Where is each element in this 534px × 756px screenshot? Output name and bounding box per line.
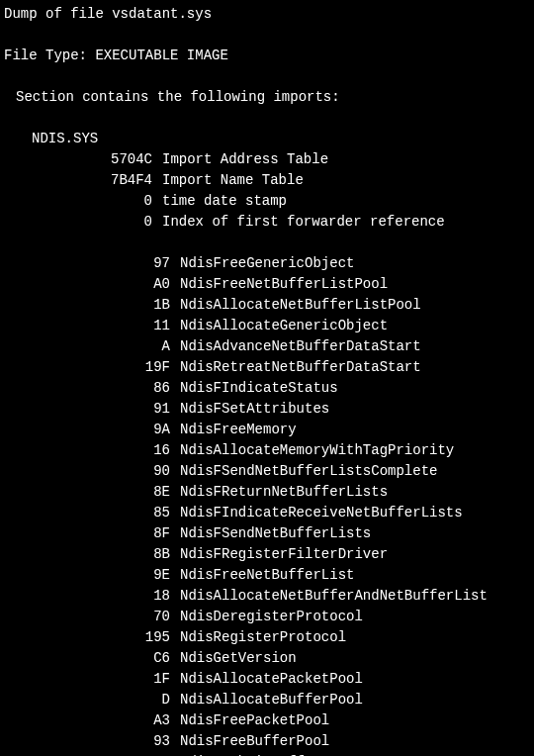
import-function-name: NdisFreeMemory bbox=[180, 420, 297, 440]
import-function-name: NdisFSendNetBufferLists bbox=[180, 523, 371, 544]
import-ordinal: D bbox=[4, 690, 180, 710]
import-ordinal: 8B bbox=[4, 544, 180, 565]
import-ordinal: 195 bbox=[4, 627, 180, 648]
import-function-name: NdisAllocateGenericObject bbox=[180, 316, 388, 336]
import-ordinal: A0 bbox=[4, 274, 180, 295]
import-ordinal: 9A bbox=[4, 420, 180, 440]
import-function-name: NdisFreeBufferPool bbox=[180, 731, 329, 752]
header-address: 7B4F4 bbox=[4, 170, 162, 191]
import-header-row: 7B4F4Import Name Table bbox=[4, 170, 534, 191]
import-row: C6NdisGetVersion bbox=[4, 648, 534, 669]
import-header-row: 0time date stamp bbox=[4, 191, 534, 212]
import-ordinal: 85 bbox=[4, 503, 180, 523]
import-ordinal: 18 bbox=[4, 586, 180, 607]
import-row: 9ANdisFreeMemory bbox=[4, 420, 534, 440]
section-imports-line: Section contains the following imports: bbox=[4, 87, 534, 108]
import-row: 85NdisFIndicateReceiveNetBufferLists bbox=[4, 503, 534, 523]
import-header-row: 0Index of first forwarder reference bbox=[4, 212, 534, 233]
import-row: 70NdisDeregisterProtocol bbox=[4, 607, 534, 627]
import-function-name: NdisAllocateNetBufferListPool bbox=[180, 295, 421, 316]
import-row: A0NdisFreeNetBufferListPool bbox=[4, 274, 534, 295]
import-ordinal: 86 bbox=[4, 378, 180, 399]
import-row: 9ENdisFreeNetBufferList bbox=[4, 565, 534, 586]
import-ordinal: A bbox=[4, 336, 180, 357]
blank-line bbox=[4, 25, 534, 46]
import-row: 8FNdisFSendNetBufferLists bbox=[4, 523, 534, 544]
import-row: 90NdisFSendNetBufferListsComplete bbox=[4, 461, 534, 482]
import-ordinal: 91 bbox=[4, 399, 180, 420]
import-ordinal: C6 bbox=[4, 648, 180, 669]
import-function-name: NdisDeregisterProtocol bbox=[180, 607, 363, 627]
import-row: 97NdisFreeGenericObject bbox=[4, 253, 534, 274]
import-ordinal: 1F bbox=[4, 669, 180, 690]
import-row: 1FNdisAllocatePacketPool bbox=[4, 669, 534, 690]
import-ordinal: 19F bbox=[4, 357, 180, 378]
import-row: 195NdisRegisterProtocol bbox=[4, 627, 534, 648]
import-row: 93NdisFreeBufferPool bbox=[4, 731, 534, 752]
import-ordinal: 1B bbox=[4, 295, 180, 316]
import-function-name: NdisAllocateMemoryWithTagPriority bbox=[180, 440, 454, 461]
blank-line bbox=[4, 108, 534, 129]
header-address: 0 bbox=[4, 212, 162, 233]
import-ordinal: 97 bbox=[4, 253, 180, 274]
import-row: DNdisAllocateBufferPool bbox=[4, 690, 534, 710]
import-function-name: NdisAllocatePacketPool bbox=[180, 669, 363, 690]
import-ordinal: 16 bbox=[4, 440, 180, 461]
file-type-line: File Type: EXECUTABLE IMAGE bbox=[4, 46, 534, 66]
header-address: 0 bbox=[4, 191, 162, 212]
import-row: 19FNdisRetreatNetBufferDataStart bbox=[4, 357, 534, 378]
import-ordinal: 8E bbox=[4, 482, 180, 503]
import-function-name: NdisFreePacketPool bbox=[180, 710, 329, 731]
header-label: Index of first forwarder reference bbox=[162, 212, 445, 233]
import-function-name: NdisUnchainBufferAtFront bbox=[180, 752, 380, 756]
module-name: NDIS.SYS bbox=[4, 129, 534, 149]
import-function-name: NdisFSendNetBufferListsComplete bbox=[180, 461, 437, 482]
import-ordinal: 1BC bbox=[4, 752, 180, 756]
import-function-name: NdisFReturnNetBufferLists bbox=[180, 482, 388, 503]
import-function-name: NdisAdvanceNetBufferDataStart bbox=[180, 336, 421, 357]
import-function-name: NdisFRegisterFilterDriver bbox=[180, 544, 388, 565]
import-row: 18NdisAllocateNetBufferAndNetBufferList bbox=[4, 586, 534, 607]
import-ordinal: 70 bbox=[4, 607, 180, 627]
header-address: 5704C bbox=[4, 149, 162, 170]
import-row: 16NdisAllocateMemoryWithTagPriority bbox=[4, 440, 534, 461]
import-row: 1BNdisAllocateNetBufferListPool bbox=[4, 295, 534, 316]
import-function-name: NdisGetVersion bbox=[180, 648, 297, 669]
import-row: A3NdisFreePacketPool bbox=[4, 710, 534, 731]
import-row: 1BCNdisUnchainBufferAtFront bbox=[4, 752, 534, 756]
import-row: 8BNdisFRegisterFilterDriver bbox=[4, 544, 534, 565]
import-ordinal: 8F bbox=[4, 523, 180, 544]
blank-line bbox=[4, 66, 534, 87]
blank-line bbox=[4, 233, 534, 253]
import-function-name: NdisFSetAttributes bbox=[180, 399, 329, 420]
import-headers: 5704CImport Address Table7B4F4Import Nam… bbox=[4, 149, 534, 233]
import-function-name: NdisRegisterProtocol bbox=[180, 627, 346, 648]
import-row: 8ENdisFReturnNetBufferLists bbox=[4, 482, 534, 503]
import-function-name: NdisRetreatNetBufferDataStart bbox=[180, 357, 421, 378]
import-ordinal: 9E bbox=[4, 565, 180, 586]
import-function-name: NdisAllocateNetBufferAndNetBufferList bbox=[180, 586, 488, 607]
import-function-name: NdisFIndicateReceiveNetBufferLists bbox=[180, 503, 463, 523]
import-row: 86NdisFIndicateStatus bbox=[4, 378, 534, 399]
import-ordinal: A3 bbox=[4, 710, 180, 731]
import-function-name: NdisFreeNetBufferList bbox=[180, 565, 354, 586]
import-list: 97NdisFreeGenericObjectA0NdisFreeNetBuff… bbox=[4, 253, 534, 756]
header-label: Import Address Table bbox=[162, 149, 328, 170]
import-row: 11NdisAllocateGenericObject bbox=[4, 316, 534, 336]
import-row: 91NdisFSetAttributes bbox=[4, 399, 534, 420]
import-function-name: NdisFIndicateStatus bbox=[180, 378, 338, 399]
import-function-name: NdisFreeGenericObject bbox=[180, 253, 354, 274]
header-label: Import Name Table bbox=[162, 170, 304, 191]
import-ordinal: 93 bbox=[4, 731, 180, 752]
import-function-name: NdisAllocateBufferPool bbox=[180, 690, 363, 710]
dump-file-line: Dump of file vsdatant.sys bbox=[4, 4, 534, 25]
import-ordinal: 11 bbox=[4, 316, 180, 336]
import-ordinal: 90 bbox=[4, 461, 180, 482]
import-function-name: NdisFreeNetBufferListPool bbox=[180, 274, 388, 295]
import-header-row: 5704CImport Address Table bbox=[4, 149, 534, 170]
header-label: time date stamp bbox=[162, 191, 287, 212]
import-row: ANdisAdvanceNetBufferDataStart bbox=[4, 336, 534, 357]
